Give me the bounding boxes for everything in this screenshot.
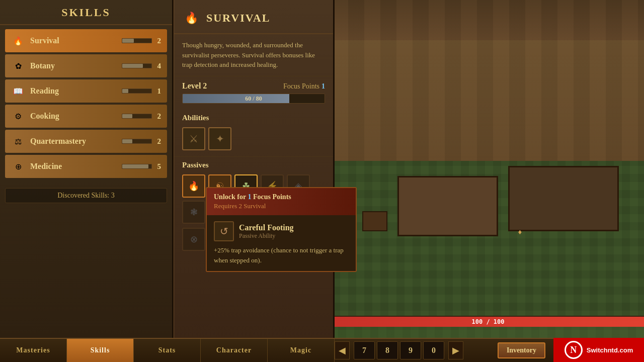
hud-arrow-right[interactable]: ▶ (448, 341, 463, 359)
botany-icon: ✿ (11, 59, 25, 73)
skill-item-medicine[interactable]: ⊕ Medicine 5 (5, 155, 167, 178)
quartermastery-bar-fill (122, 139, 132, 143)
detail-description: Though hungry, wounded, and surrounded t… (174, 34, 333, 76)
skills-panel: Skills 🔥 Survival 2 ✿ Botany 4 (0, 0, 174, 338)
cooking-label: Cooking (30, 112, 122, 121)
tab-masteries[interactable]: Masteries (0, 339, 67, 362)
building-bottom-mid (508, 166, 619, 231)
cooking-bar-fill (122, 114, 132, 118)
survival-bar (122, 38, 152, 43)
focus-points-label: Focus Points (283, 82, 319, 90)
quartermastery-bar-container: 2 (122, 137, 161, 146)
skill-item-quartermastery[interactable]: ⚖ Quartermastery 2 (5, 130, 167, 153)
tooltip-ability-name: Careful Footing (239, 223, 294, 232)
detail-header: 🔥 Survival (174, 0, 333, 34)
reading-bar-container: 1 (122, 87, 161, 96)
char-bottom1: ⬧ (517, 226, 523, 237)
medicine-label: Medicine (30, 162, 122, 171)
ability-slot-2[interactable]: ✦ (208, 127, 231, 150)
detail-skill-icon: 🔥 (182, 9, 200, 27)
interior-area-top: ⬧ ◉ ⬧ ⬧ ⬧ ⬧ (332, 0, 644, 161)
medicine-level: 5 (155, 162, 161, 171)
hud-slot-9[interactable]: 9 (400, 341, 421, 359)
tooltip-body: ↺ Careful Footing Passive Ability +25% t… (207, 215, 356, 271)
abilities-row: ⚔ ✦ (174, 125, 333, 157)
discovered-box: Discovered Skills: 3 (5, 188, 167, 203)
tooltip-ability-info: Careful Footing Passive Ability (239, 223, 294, 240)
building-bottom-left (397, 176, 498, 236)
nintendo-badge: N Switchntd.com (553, 338, 644, 362)
botany-bar (122, 63, 152, 68)
skill-item-botany[interactable]: ✿ Botany 4 (5, 54, 167, 77)
tooltip-ability-type: Passive Ability (239, 232, 294, 240)
quartermastery-icon: ⚖ (11, 134, 25, 148)
tooltip-requires-text: Requires 2 Survival (214, 202, 349, 210)
reading-level: 1 (155, 87, 161, 96)
tooltip-ability-header: ↺ Careful Footing Passive Ability (214, 221, 349, 241)
level-text: Level 2 (182, 81, 207, 90)
tab-skills[interactable]: Skills (67, 339, 134, 362)
hud-slot-8[interactable]: 8 (377, 341, 398, 359)
tooltip-unlock-prefix: Unlock for (214, 193, 248, 201)
botany-bar-fill (122, 64, 143, 68)
focus-points-value: 1 (321, 82, 325, 90)
tooltip-popup: Unlock for 1 Focus Points Requires 2 Sur… (206, 187, 357, 272)
tooltip-effect-text: +25% trap avoidance (chance to not trigg… (214, 245, 349, 265)
medicine-bar (122, 164, 152, 169)
medicine-bar-fill (122, 164, 148, 168)
cooking-icon: ⚙ (11, 109, 25, 123)
reading-label: Reading (30, 86, 122, 96)
skill-list: 🔥 Survival 2 ✿ Botany 4 📖 Reading (0, 25, 172, 184)
cooking-bar-container: 2 (122, 112, 161, 121)
focus-points-display: Focus Points 1 (283, 81, 325, 90)
nintendo-logo: N (565, 341, 583, 359)
tab-stats[interactable]: Stats (134, 339, 201, 362)
passive-slot-fire[interactable]: 🔥 (182, 174, 205, 198)
quartermastery-bar (122, 139, 152, 144)
ability-slot-1[interactable]: ⚔ (182, 127, 205, 150)
hud-slot-0[interactable]: 0 (423, 341, 444, 359)
xp-bar-container: 60 / 80 (182, 94, 325, 104)
quartermastery-level: 2 (155, 137, 161, 146)
skill-item-survival[interactable]: 🔥 Survival 2 (5, 29, 167, 52)
cooking-bar (122, 114, 152, 119)
botany-bar-container: 4 (122, 62, 161, 70)
interior-floor (332, 0, 644, 161)
reading-bar (122, 88, 152, 94)
passive-slot-dot6[interactable]: ❃ (182, 201, 205, 224)
survival-bar-container: 2 (122, 37, 161, 45)
level-row: Level 2 Focus Points 1 (174, 76, 333, 94)
passive-slot-lungs[interactable]: ⊗ (182, 228, 205, 251)
tooltip-unlock-suffix: Focus Points (251, 193, 291, 201)
survival-label: Survival (30, 36, 122, 45)
hp-bar-text: 100 / 100 (471, 318, 504, 325)
inventory-button[interactable]: Inventory (498, 342, 545, 358)
hud-number-row: 7 8 9 0 (350, 341, 448, 359)
hud-arrow-left[interactable]: ◀ (335, 341, 350, 359)
hud-slot-7[interactable]: 7 (354, 341, 375, 359)
medicine-bar-container: 5 (122, 162, 161, 171)
tooltip-unlock-line: Unlock for 1 Focus Points (214, 193, 349, 201)
reading-icon: 📖 (11, 84, 25, 98)
medicine-icon: ⊕ (11, 159, 25, 173)
tab-magic[interactable]: Magic (268, 339, 335, 362)
crate-cluster (362, 211, 387, 231)
bottom-nav: Masteries Skills Stats Character Magic (0, 338, 335, 362)
xp-bar: 60 / 80 (182, 94, 325, 104)
passives-section-label: Passives (174, 157, 333, 172)
skill-item-cooking[interactable]: ⚙ Cooking 2 (5, 105, 167, 128)
survival-bar-fill (122, 39, 134, 43)
tab-character[interactable]: Character (201, 339, 268, 362)
nintendo-site-text: Switchntd.com (587, 346, 633, 354)
skills-panel-title: Skills (0, 0, 172, 25)
xp-bar-label: 60 / 80 (245, 95, 262, 102)
tooltip-ability-icon: ↺ (214, 221, 234, 241)
skill-detail-panel: 🔥 Survival Though hungry, wounded, and s… (174, 0, 335, 342)
skill-item-reading[interactable]: 📖 Reading 1 (5, 79, 167, 103)
exterior-area: ⬧ (332, 161, 644, 327)
quartermastery-label: Quartermastery (30, 137, 122, 146)
reading-bar-fill (122, 89, 128, 93)
hp-bar-container: 100 / 100 (332, 316, 644, 327)
botany-label: Botany (30, 61, 122, 70)
discovered-text: Discovered Skills: 3 (12, 192, 160, 200)
